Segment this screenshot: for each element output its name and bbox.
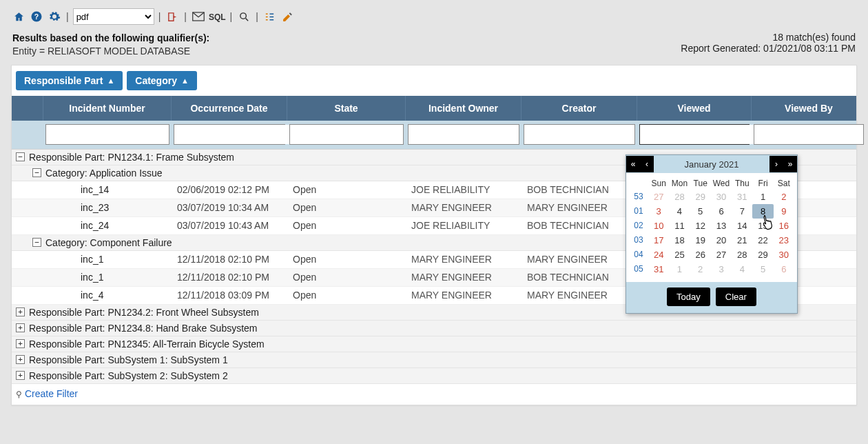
column-header-occurrence-date[interactable]: Occurrence Date	[172, 96, 287, 121]
cell-incident: inc_24	[43, 220, 172, 231]
filter-incident-number[interactable]	[45, 124, 169, 145]
filter-incident-owner[interactable]	[408, 124, 519, 145]
mail-icon[interactable]	[191, 9, 206, 24]
search-icon[interactable]	[236, 9, 251, 24]
group-label: Responsible Part: PN12345: All-Terrain B…	[29, 339, 265, 350]
calendar-week-number: 04	[629, 248, 648, 262]
group-row[interactable]: +Responsible Part: SubSystem 2: SubSyste…	[12, 368, 856, 384]
column-header-state[interactable]: State	[287, 96, 406, 121]
expand-icon[interactable]: +	[16, 355, 25, 364]
separator: |	[65, 11, 70, 22]
export-format-select[interactable]: pdf	[73, 8, 154, 25]
group-row[interactable]: +Responsible Part: PN12345: All-Terrain …	[12, 336, 856, 352]
sql-button[interactable]: SQL	[209, 12, 226, 22]
help-icon[interactable]: ?	[29, 9, 44, 24]
collapse-icon[interactable]: −	[32, 168, 41, 177]
calendar-day[interactable]: 12	[690, 219, 711, 233]
next-month-button[interactable]: ›	[769, 156, 783, 172]
create-filter-link[interactable]: Create Filter	[25, 388, 78, 399]
expand-icon[interactable]: +	[16, 371, 25, 380]
calendar-day[interactable]: 4	[669, 204, 690, 219]
calendar-grid: SunMonTueWedThuFriSat5327282930311201345…	[626, 173, 797, 282]
clear-button[interactable]: Clear	[716, 287, 756, 306]
calendar-day[interactable]: 25	[669, 248, 690, 262]
group-by-bar: Responsible Part ▲ Category ▲	[12, 65, 856, 96]
calendar-day[interactable]: 13	[711, 219, 732, 233]
next-year-button[interactable]: »	[783, 156, 797, 172]
calendar-day[interactable]: 8	[752, 204, 773, 219]
calendar-day[interactable]: 29	[752, 248, 773, 262]
filter-viewed[interactable]: ▾	[639, 124, 750, 145]
calendar-day[interactable]: 18	[669, 233, 690, 248]
gear-icon[interactable]	[47, 9, 62, 24]
group-row[interactable]: +Responsible Part: PN1234.8: Hand Brake …	[12, 321, 856, 336]
group-chip-category[interactable]: Category ▲	[127, 71, 197, 90]
export-icon[interactable]	[165, 9, 180, 24]
column-header-viewed-by[interactable]: Viewed By	[752, 96, 866, 121]
group-chip-responsible-part[interactable]: Responsible Part ▲	[16, 71, 123, 90]
calendar-day[interactable]: 22	[752, 233, 773, 248]
chip-label: Responsible Part	[24, 75, 103, 86]
filter-state[interactable]	[289, 124, 404, 145]
expand-icon[interactable]: +	[16, 339, 25, 348]
expand-icon[interactable]: +	[16, 323, 25, 332]
collapse-icon[interactable]: −	[32, 238, 41, 247]
cell-owner: JOE RELIABILITY	[406, 220, 521, 231]
calendar-day[interactable]: 19	[690, 233, 711, 248]
calendar-day[interactable]: 16	[774, 219, 794, 233]
group-label: Responsible Part: PN1234.8: Hand Brake S…	[29, 323, 258, 334]
calendar-day[interactable]: 7	[732, 204, 752, 219]
calendar-day[interactable]: 24	[648, 248, 669, 262]
qualifier-line: Entity = RELIASOFT MODEL DATABASE	[12, 45, 209, 58]
separator: |	[229, 11, 234, 22]
column-header-viewed[interactable]: Viewed	[637, 96, 752, 121]
prev-month-button[interactable]: ‹	[640, 156, 654, 172]
filter-viewed-input[interactable]	[640, 125, 762, 144]
calendar-day[interactable]: 1	[752, 190, 773, 204]
calendar-day[interactable]: 26	[690, 248, 711, 262]
calendar-day[interactable]: 31	[648, 262, 669, 276]
expand-icon[interactable]: +	[16, 307, 25, 316]
calendar-day[interactable]: 5	[690, 204, 711, 219]
calendar-week-number: 53	[629, 190, 648, 204]
calendar-day[interactable]: 6	[711, 204, 732, 219]
filter-creator[interactable]	[524, 124, 635, 145]
qualifier-intro: Results based on the following qualifier…	[12, 32, 209, 45]
calendar-day[interactable]: 14	[732, 219, 752, 233]
filter-occurrence-date-input[interactable]	[174, 125, 296, 144]
column-header-incident-number[interactable]: Incident Number	[43, 96, 172, 121]
home-icon[interactable]	[11, 9, 26, 24]
calendar-day[interactable]: 10	[648, 219, 669, 233]
group-label: Category: Component Failure	[45, 237, 172, 248]
svg-text:?: ?	[34, 12, 39, 21]
calendar-day[interactable]: 20	[711, 233, 732, 248]
prev-year-button[interactable]: «	[626, 156, 640, 172]
calendar-dow: Sat	[774, 177, 794, 190]
collapse-icon[interactable]: −	[16, 152, 25, 161]
calendar-day[interactable]: 21	[732, 233, 752, 248]
cell-state: Open	[287, 272, 406, 283]
calendar-day[interactable]: 28	[732, 248, 752, 262]
filter-occurrence-date[interactable]: ▾	[174, 124, 285, 145]
tree-collapse-icon[interactable]	[262, 9, 278, 24]
calendar-day[interactable]: 9	[774, 204, 794, 219]
calendar-day[interactable]: 15	[752, 219, 773, 233]
calendar-day[interactable]: 3	[648, 204, 669, 219]
calendar-day[interactable]: 23	[774, 233, 794, 248]
group-row[interactable]: +Responsible Part: SubSystem 1: SubSyste…	[12, 352, 856, 368]
calendar-day: 27	[648, 190, 669, 204]
calendar-day[interactable]: 11	[669, 219, 690, 233]
filter-viewed-by[interactable]	[754, 124, 864, 145]
cell-date: 12/11/2018 02:10 PM	[172, 254, 287, 265]
edit-icon[interactable]	[280, 9, 296, 24]
cell-state: Open	[287, 184, 406, 195]
cell-incident: inc_1	[43, 272, 172, 283]
calendar-dow: Wed	[711, 177, 732, 190]
column-header-incident-owner[interactable]: Incident Owner	[406, 96, 521, 121]
calendar-day[interactable]: 27	[711, 248, 732, 262]
calendar-day[interactable]: 30	[774, 248, 794, 262]
column-header-creator[interactable]: Creator	[521, 96, 637, 121]
calendar-day[interactable]: 17	[648, 233, 669, 248]
today-button[interactable]: Today	[667, 287, 710, 306]
calendar-day[interactable]: 2	[774, 190, 794, 204]
